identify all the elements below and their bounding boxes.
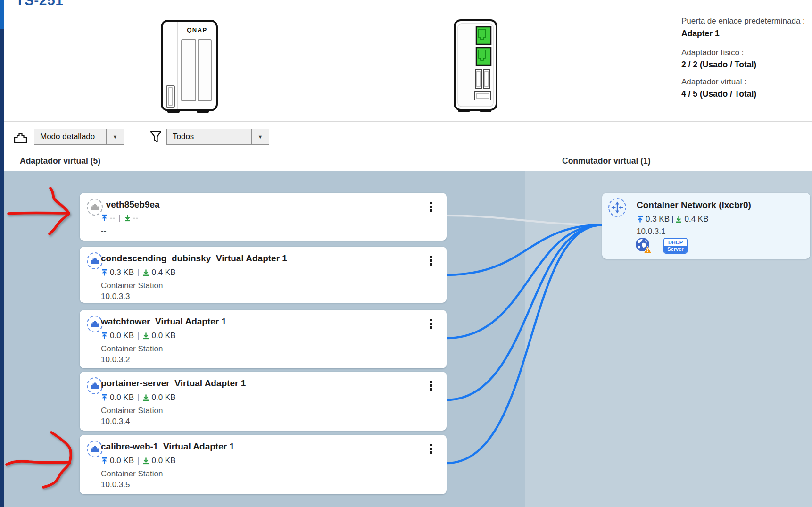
adapter-card-condescending-dubinsky[interactable]: condescending_dubinsky_Virtual Adapter 1… (80, 247, 447, 303)
qnap-logo: QNAP (187, 26, 207, 33)
switch-card-container-network[interactable]: Container Network (lxcbr0) 0.3 KB | 0.4 … (602, 193, 810, 259)
traffic-separator: | (671, 215, 673, 224)
upload-icon (101, 332, 108, 340)
upload-icon (101, 394, 108, 401)
adapter-icon (87, 377, 103, 394)
adapter-ip: -- (101, 226, 106, 236)
gateway-label: Puerta de enlace predeterminada : (681, 17, 812, 26)
virtual-adapter-value: 4 / 5 (Usado / Total) (681, 89, 812, 99)
virtual-adapter-label: Adaptador virtual : (681, 77, 812, 87)
column-header-virtual-adapter: Adaptador virtual (5) (20, 156, 100, 166)
virtual-switch-icon (608, 198, 626, 217)
card-menu-button[interactable] (429, 380, 433, 391)
adapter-ip: 10.0.3.5 (101, 480, 130, 490)
view-mode-value: Modo detallado (34, 129, 106, 144)
switch-ip: 10.0.3.1 (637, 227, 665, 236)
column-header-virtual-switch: Conmutador virtual (1) (562, 156, 651, 166)
adapter-card-portainer-server[interactable]: portainer-server_Virtual Adapter 1 0.0 K… (80, 372, 447, 431)
hdmi-port-icon (474, 92, 491, 100)
traffic-separator: | (137, 268, 139, 277)
adapter-app: Container Station (101, 406, 163, 416)
traffic-separator: | (118, 213, 120, 223)
card-menu-button[interactable] (429, 318, 433, 330)
adapter-name: portainer-server_Virtual Adapter 1 (101, 378, 246, 389)
adapter-traffic: 0.0 KB | 0.0 KB (101, 331, 176, 341)
upload-icon (101, 269, 108, 276)
adapter-name: watchtower_Virtual Adapter 1 (101, 316, 226, 327)
adapter-traffic: 0.0 KB | 0.0 KB (101, 456, 176, 465)
download-icon (124, 214, 131, 222)
adapter-ip: 10.0.3.4 (101, 417, 130, 426)
adapter-icon (87, 252, 103, 269)
adapter-ip: 10.0.3.2 (101, 355, 130, 365)
gateway-value: Adapter 1 (681, 29, 812, 39)
chevron-down-icon[interactable]: ▼ (251, 129, 269, 144)
toolbar-divider (4, 121, 812, 122)
adapter-ip: 10.0.3.3 (101, 292, 130, 301)
upload-icon (101, 457, 108, 465)
adapter-name: _veth85eb9ea (101, 199, 160, 210)
physical-adapter-label: Adaptador físico : (681, 48, 812, 58)
window-edge-accent (0, 0, 4, 29)
adapter-app: Container Station (101, 281, 163, 291)
adapter-traffic: 0.3 KB | 0.4 KB (101, 268, 176, 277)
filter-value: Todos (167, 129, 251, 144)
upload-icon (101, 214, 108, 222)
adapter-icon (87, 316, 103, 332)
download-icon (142, 332, 149, 340)
adapter-mode-icon (13, 131, 28, 146)
card-menu-button[interactable] (429, 255, 433, 266)
download-icon (142, 457, 149, 465)
download-icon (675, 216, 682, 223)
chevron-down-icon[interactable]: ▼ (106, 129, 124, 144)
switch-name: Container Network (lxcbr0) (637, 200, 751, 210)
traffic-separator: | (137, 331, 139, 341)
page-title: TS-251 (16, 0, 63, 8)
switch-traffic: 0.3 KB | 0.4 KB (637, 215, 709, 224)
adapter-app: Container Station (101, 344, 163, 354)
upload-icon (637, 216, 644, 223)
card-menu-button[interactable] (429, 201, 433, 213)
nas-back-illustration (454, 19, 497, 114)
traffic-separator: | (137, 393, 139, 402)
adapter-app: Container Station (101, 469, 163, 479)
adapter-name: condescending_dubinsky_Virtual Adapter 1 (101, 253, 287, 264)
adapter-traffic: 0.0 KB | 0.0 KB (101, 393, 176, 402)
internet-status (635, 237, 650, 252)
card-menu-button[interactable] (429, 443, 433, 455)
adapter-card-watchtower[interactable]: watchtower_Virtual Adapter 1 0.0 KB | 0.… (80, 310, 447, 368)
download-icon (142, 269, 149, 276)
adapter-icon (87, 441, 103, 457)
download-icon (142, 394, 149, 401)
dhcp-server-badge: DHCP Server (663, 238, 688, 254)
adapter-card-calibre-web[interactable]: calibre-web-1_Virtual Adapter 1 0.0 KB |… (80, 435, 447, 494)
nas-front-illustration: QNAP (161, 20, 218, 114)
adapter-traffic: -- | -- (101, 213, 138, 223)
warning-icon (644, 246, 652, 253)
window-edge-bar (0, 0, 4, 507)
ethernet-port-icon (476, 48, 491, 65)
adapter-card-veth85eb9ea[interactable]: _veth85eb9ea -- | -- -- (80, 193, 447, 241)
ethernet-port-icon (476, 27, 491, 44)
filter-icon (149, 130, 163, 146)
filter-select[interactable]: Todos ▼ (166, 129, 269, 145)
adapter-icon-inactive (87, 199, 103, 216)
traffic-separator: | (137, 456, 139, 465)
adapter-name: calibre-web-1_Virtual Adapter 1 (101, 441, 234, 452)
physical-adapter-value: 2 / 2 (Usado / Total) (681, 60, 812, 70)
view-mode-select[interactable]: Modo detallado ▼ (34, 129, 124, 145)
